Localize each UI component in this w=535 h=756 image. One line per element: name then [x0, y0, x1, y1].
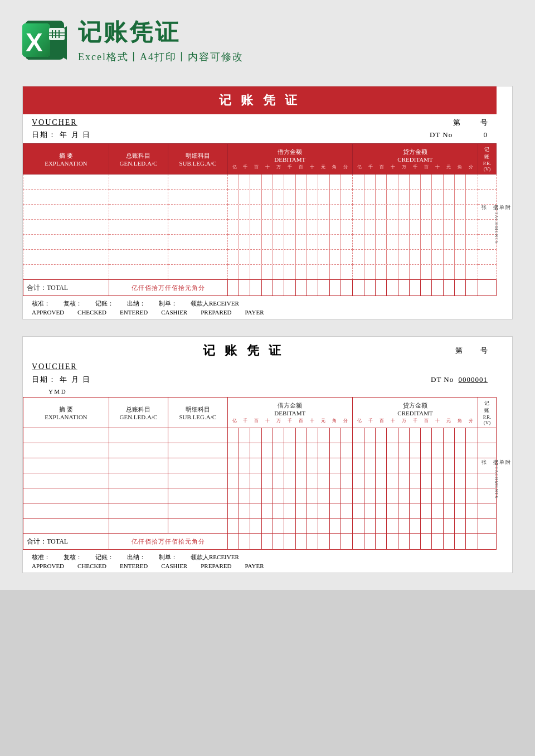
table-row: [23, 473, 497, 488]
header-subtitle: Excel格式丨A4打印丨内容可修改: [78, 50, 244, 64]
voucher1-total-row: 合计：TOTAL 亿仟佰拾万仟佰拾元角分: [23, 280, 497, 296]
voucher1-footer: 核准： 复核： 记账： 出纳： 制单： 领款人RECEIVER APPROVED…: [23, 296, 497, 319]
voucher1-date-row: 日期： 年 月 日 DT No 0: [23, 129, 497, 143]
total2-label: 合计：TOTAL: [23, 534, 109, 550]
header-area: X 记账凭证 Excel格式丨A4打印丨内容可修改: [0, 0, 535, 75]
voucher2-dt: DT No 0000001: [431, 375, 488, 384]
col2-gen-led-header: 总账科目 GEN.LED.A/C: [109, 398, 168, 428]
table-row: [23, 443, 497, 458]
voucher1-subtitle-right: 第 号: [453, 118, 488, 128]
col2-explanation-header: 摘 要 EXPLANATION: [23, 398, 109, 428]
voucher2-subtitle: VOUCHER: [23, 361, 497, 374]
col-explanation-header: 摘 要 EXPLANATION: [23, 144, 109, 175]
voucher2-date-row: 日期： 年 月 日 DT No 0000001: [23, 374, 497, 388]
col-sub-leg-header: 明细科目 SUB.LEG.A/C: [168, 144, 227, 175]
documents-area: 记 账 凭 证 VOUCHER 第 号 日期： 年 月 日 DT No 0: [0, 75, 535, 590]
table-row: [23, 235, 497, 250]
voucher-card-2: 记 账 凭 证 第 号 VOUCHER 日期： 年 月 日 DT No 0000…: [22, 336, 513, 573]
voucher2-title: 记 账 凭 证: [203, 343, 285, 357]
explanation-cell[interactable]: [23, 175, 109, 190]
total-digits-cell: 亿仟佰拾万仟佰拾元角分: [109, 280, 227, 296]
table-row: [23, 428, 497, 443]
table-row: [23, 518, 497, 534]
table-row: [23, 458, 497, 473]
table-row: [23, 503, 497, 518]
footer-row1: 核准： 复核： 记账： 出纳： 制单： 领款人RECEIVER: [32, 299, 488, 308]
table-row: [23, 488, 497, 503]
total-label: 合计：TOTAL: [23, 280, 109, 296]
excel-logo-icon: X: [22, 18, 67, 62]
voucher-card-1: 记 账 凭 证 VOUCHER 第 号 日期： 年 月 日 DT No 0: [22, 86, 513, 319]
attachments-side: 附 单 据 张 ATTACHMENTS: [481, 153, 511, 291]
voucher2-table: 摘 要 EXPLANATION 总账科目 GEN.LED.A/C 明细科目 SU…: [23, 397, 497, 550]
voucher1-date: 日期： 年 月 日: [32, 130, 91, 140]
voucher2-total-row: 合计：TOTAL 亿仟佰拾万仟佰拾元角分: [23, 534, 497, 550]
header-text: 记账凭证 Excel格式丨A4打印丨内容可修改: [78, 17, 244, 64]
voucher2-date: 日期： 年 月 日: [32, 375, 91, 385]
debit-cell[interactable]: [227, 175, 353, 190]
table-row: [23, 175, 497, 190]
col2-debit-header: 借方金额 DEBITAMT 亿千百十万千百十元角分: [227, 398, 353, 428]
voucher1-subtitle-row: VOUCHER 第 号: [23, 114, 497, 129]
voucher2-date-en: Y M D: [23, 388, 497, 397]
voucher1-title: 记 账 凭 证: [23, 86, 497, 114]
col2-sub-leg-header: 明细科目 SUB.LEG.A/C: [168, 398, 227, 428]
total2-digits: 亿仟佰拾万仟佰拾元角分: [109, 534, 227, 550]
table-row: [23, 220, 497, 235]
table-row: [23, 265, 497, 280]
table-row: [23, 250, 497, 265]
voucher1-table: 摘 要 EXPLANATION 总账科目 GEN.LED.A/C 明细科目 SU…: [23, 143, 497, 296]
voucher2-no: 第 号: [455, 346, 488, 356]
footer2-row2: APPROVED CHECKED ENTERED CASHIER PREPARE…: [32, 563, 488, 569]
col-credit-header: 贷方金额 CREDITAMT 亿千百十万千百十元角分: [353, 144, 478, 175]
voucher1-table-header: 摘 要 EXPLANATION 总账科目 GEN.LED.A/C 明细科目 SU…: [23, 144, 497, 175]
table-row: [23, 205, 497, 220]
col-gen-led-header: 总账科目 GEN.LED.A/C: [109, 144, 168, 175]
voucher2-table-header: 摘 要 EXPLANATION 总账科目 GEN.LED.A/C 明细科目 SU…: [23, 398, 497, 428]
voucher2-title-row: 记 账 凭 证 第 号: [23, 337, 497, 361]
voucher1-subtitle-left: VOUCHER: [32, 118, 77, 127]
sub-leg-cell[interactable]: [168, 175, 227, 190]
gen-led-cell[interactable]: [109, 175, 168, 190]
col-debit-header: 借方金额 DEBITAMT 亿千百十万千百十元角分: [227, 144, 353, 175]
credit-cell[interactable]: [353, 175, 478, 190]
attachments2-side: 附 单 据 张 ATTACHMENTS: [481, 409, 511, 545]
svg-text:X: X: [26, 28, 43, 57]
table-row: [23, 190, 497, 205]
page-title: 记账凭证: [78, 17, 244, 48]
footer-row2: APPROVED CHECKED ENTERED CASHIER PREPARE…: [32, 309, 488, 316]
col2-credit-header: 贷方金额 CREDITAMT 亿千百十万千百十元角分: [353, 398, 478, 428]
svg-rect-5: [49, 28, 65, 40]
footer2-row1: 核准： 复核： 记账： 出纳： 制单： 领款人RECEIVER: [32, 553, 488, 561]
voucher1-dt: DT No 0: [430, 130, 488, 139]
voucher2-footer: 核准： 复核： 记账： 出纳： 制单： 领款人RECEIVER APPROVED…: [23, 550, 497, 573]
